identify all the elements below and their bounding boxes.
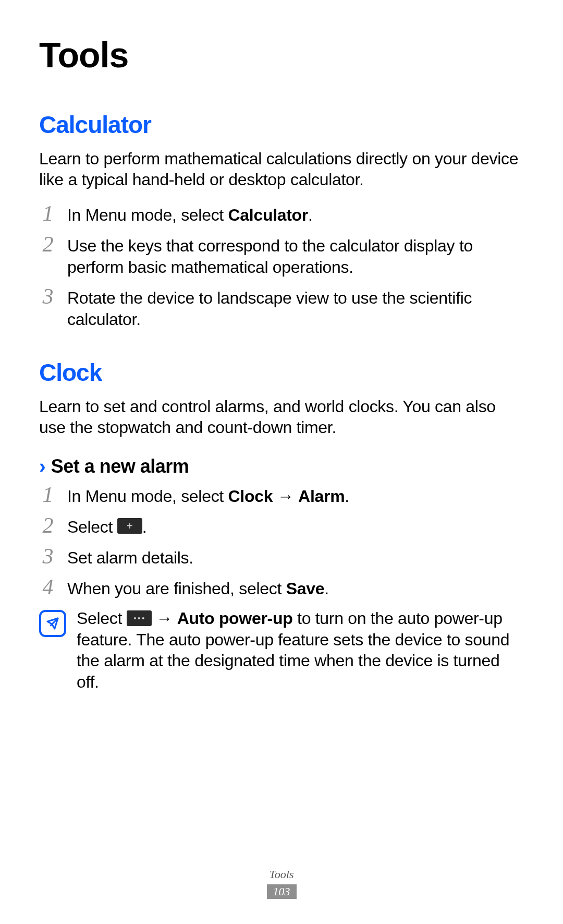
step-item: When you are finished, select Save.	[39, 577, 524, 599]
step-text: Use the keys that correspond to the calc…	[67, 234, 524, 278]
note: Select ••• → Auto power-up to turn on th…	[39, 608, 524, 693]
section-heading-clock: Clock	[39, 358, 524, 387]
step-text: In Menu mode, select Calculator.	[67, 203, 524, 226]
text: In Menu mode, select	[67, 487, 228, 506]
clock-steps: In Menu mode, select Clock → Alarm. Sele…	[39, 485, 524, 599]
text: In Menu mode, select	[67, 206, 228, 224]
note-text: Select ••• → Auto power-up to turn on th…	[77, 608, 524, 693]
step-text: Select + .	[67, 515, 524, 538]
text: .	[345, 487, 349, 506]
step-item: In Menu mode, select Calculator.	[39, 203, 524, 226]
bold-text: Save	[286, 579, 325, 598]
text: .	[142, 517, 147, 538]
calculator-steps: In Menu mode, select Calculator. Use the…	[39, 203, 524, 330]
section-heading-calculator: Calculator	[39, 111, 524, 139]
page-number: 103	[267, 884, 297, 899]
text: Select	[67, 517, 117, 538]
bold-text: Alarm	[298, 487, 345, 506]
step-text: When you are finished, select Save.	[67, 577, 524, 599]
arrow-text: →	[152, 609, 177, 628]
step-item: Select + .	[39, 515, 524, 538]
chevron-right-icon: ›	[39, 457, 46, 476]
sub-heading-set-alarm: › Set a new alarm	[39, 455, 524, 477]
page-footer: Tools 103	[0, 868, 563, 899]
step-item: Use the keys that correspond to the calc…	[39, 234, 524, 278]
plus-icon: +	[117, 518, 142, 534]
step-item: In Menu mode, select Clock → Alarm.	[39, 485, 524, 507]
footer-section-label: Tools	[0, 868, 563, 881]
note-icon	[39, 610, 66, 637]
step-text: Rotate the device to landscape view to u…	[67, 286, 524, 330]
text: .	[324, 579, 329, 598]
step-text: Set alarm details.	[67, 546, 524, 569]
step-item: Rotate the device to landscape view to u…	[39, 286, 524, 330]
bold-text: Calculator	[228, 206, 309, 224]
bold-text: Auto power-up	[177, 609, 293, 628]
clock-intro: Learn to set and control alarms, and wor…	[39, 396, 524, 438]
chapter-title: Tools	[39, 34, 524, 75]
step-item: Set alarm details.	[39, 546, 524, 569]
text: When you are finished, select	[67, 579, 286, 598]
arrow-text: →	[273, 487, 298, 506]
calculator-intro: Learn to perform mathematical calculatio…	[39, 148, 524, 190]
step-text: In Menu mode, select Clock → Alarm.	[67, 485, 524, 507]
text: Select	[77, 609, 127, 628]
bold-text: Clock	[228, 487, 273, 506]
text: .	[308, 206, 313, 224]
sub-heading-text: Set a new alarm	[51, 455, 189, 477]
more-icon: •••	[127, 610, 152, 626]
